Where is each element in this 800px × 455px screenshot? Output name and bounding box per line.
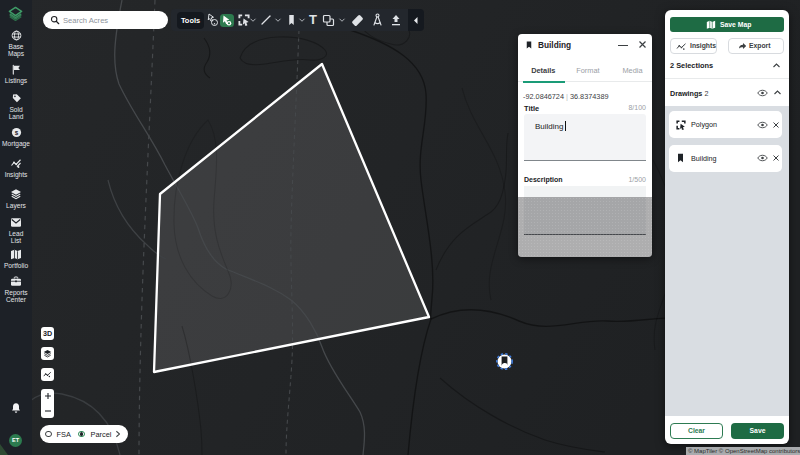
svg-text:$: $: [14, 129, 18, 136]
